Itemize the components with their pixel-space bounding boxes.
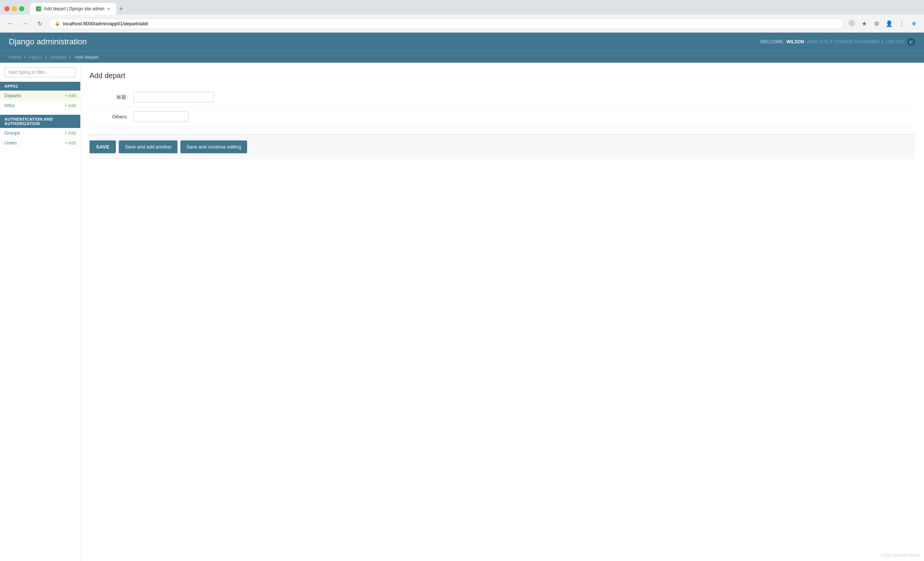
translate-button[interactable]: Ⓥ (846, 18, 857, 29)
sidebar-users-link[interactable]: Users (4, 140, 17, 146)
tab-favicon: ✓ (36, 6, 41, 11)
window-maximize-button[interactable]: □ (19, 6, 24, 11)
window-minimize-button[interactable]: − (12, 6, 17, 11)
form-row-title: 标题: (90, 87, 915, 107)
breadcrumb-model[interactable]: Departs (50, 54, 66, 60)
sidebar-groups-add-link[interactable]: + Add (64, 130, 76, 136)
window-controls: × − □ (4, 6, 24, 11)
breadcrumb-home[interactable]: Home (9, 54, 22, 60)
bookmark-button[interactable]: ★ (859, 18, 870, 29)
sidebar-departs-link[interactable]: Departs (4, 93, 21, 98)
others-input[interactable] (134, 111, 189, 122)
sidebar-filter-input[interactable] (4, 67, 76, 77)
extensions-button[interactable]: ⚙ (871, 18, 882, 29)
sidebar-groups-link[interactable]: Groups (4, 130, 20, 136)
window-close-button[interactable]: × (4, 6, 9, 11)
tab-close-button[interactable]: × (107, 6, 110, 12)
profile-button[interactable]: 👤 (884, 18, 895, 29)
change-password-link[interactable]: CHANGE PASSWORD (834, 39, 880, 44)
breadcrumb: Home › App01 › Departs › Add depart (9, 54, 915, 60)
separator1: / (831, 39, 832, 44)
user-info: WELCOME, WILSON VIEW SITE / CHANGE PASSW… (760, 38, 915, 46)
menu-button[interactable]: ⋮ (896, 18, 907, 29)
sidebar-item-infos[interactable]: Infos + Add (0, 100, 80, 110)
title-input[interactable] (134, 92, 214, 102)
sidebar-users-add-link[interactable]: + Add (64, 140, 76, 146)
sidebar-item-groups[interactable]: Groups + Add (0, 128, 80, 138)
save-button[interactable]: SAVE (90, 140, 116, 153)
breadcrumb-bar: Home › App01 › Departs › Add depart (0, 51, 924, 63)
save-add-another-button[interactable]: Save and add another (119, 140, 177, 153)
form-row-others: Others: (90, 107, 915, 127)
label-others: Others: (90, 114, 134, 120)
tab-title: Add depart | Django site admin (44, 6, 105, 11)
back-button[interactable]: ← (4, 18, 16, 29)
logout-link[interactable]: LOG OUT (885, 39, 905, 44)
breadcrumb-sep2: › (45, 54, 48, 60)
dark-mode-toggle[interactable]: ◐ (907, 38, 915, 46)
browser-chrome: × − □ ✓ Add depart | Django site admin ×… (0, 0, 924, 33)
django-title: Django administration (9, 37, 87, 46)
page-title: Add depart (90, 72, 915, 80)
django-header: Django administration WELCOME, WILSON VI… (0, 33, 924, 51)
edge-icon[interactable]: e (909, 18, 920, 29)
separator2: / (882, 39, 883, 44)
breadcrumb-current: Add depart (75, 54, 99, 60)
sidebar-item-departs[interactable]: Departs + Add (0, 91, 80, 100)
new-tab-button[interactable]: + (116, 4, 126, 14)
url-input[interactable] (63, 21, 837, 26)
view-site-link[interactable]: VIEW SITE (806, 39, 829, 44)
lock-icon: 🔒 (55, 21, 60, 26)
admin-body: APP01 Departs + Add Infos + Add AUTHENTI… (0, 63, 924, 561)
save-continue-editing-button[interactable]: Save and continue editing (180, 140, 247, 153)
sidebar-infos-link[interactable]: Infos (4, 103, 15, 108)
input-wrapper-others (134, 111, 189, 122)
breadcrumb-app[interactable]: App01 (28, 54, 42, 60)
nav-actions: Ⓥ ★ ⚙ 👤 ⋮ e (846, 18, 920, 29)
active-tab[interactable]: ✓ Add depart | Django site admin × (30, 3, 116, 15)
sidebar-section-auth: AUTHENTICATION AND AUTHORIZATION (0, 115, 80, 128)
sidebar: APP01 Departs + Add Infos + Add AUTHENTI… (0, 63, 81, 561)
reload-button[interactable]: ↻ (34, 18, 45, 29)
form-container: 标题: Others: SAVE Save and add another Sa… (90, 87, 915, 159)
address-bar: 🔒 (48, 18, 843, 29)
sidebar-item-users[interactable]: Users + Add (0, 138, 80, 148)
input-wrapper-title (134, 92, 214, 102)
sidebar-infos-add-link[interactable]: + Add (64, 103, 76, 108)
forward-button[interactable]: → (19, 18, 31, 29)
username: WILSON (786, 39, 804, 44)
sidebar-departs-add-link[interactable]: + Add (64, 93, 76, 98)
welcome-text: WELCOME, (760, 39, 784, 44)
browser-tabs: ✓ Add depart | Django site admin × + (30, 3, 920, 15)
breadcrumb-sep1: › (24, 54, 27, 60)
watermark: CSDN @student-Wilson (881, 553, 920, 557)
sidebar-section-app01: APP01 (0, 82, 80, 91)
browser-titlebar: × − □ ✓ Add depart | Django site admin ×… (0, 0, 924, 15)
sidebar-filter (4, 67, 76, 77)
main-content: Add depart 标题: Others: SAVE Save and add… (81, 63, 924, 561)
browser-navbar: ← → ↻ 🔒 Ⓥ ★ ⚙ 👤 ⋮ e (0, 15, 924, 32)
breadcrumb-sep3: › (69, 54, 72, 60)
form-actions: SAVE Save and add another Save and conti… (90, 134, 915, 159)
label-title: 标题: (90, 94, 134, 100)
